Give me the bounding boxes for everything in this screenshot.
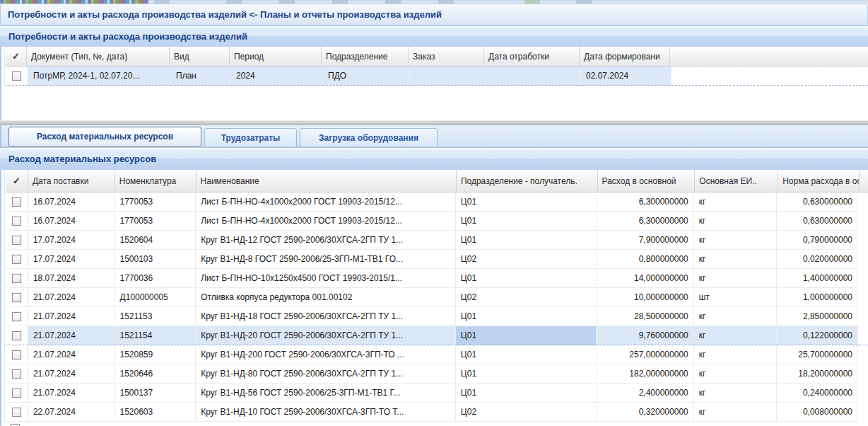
tab-equipment-load[interactable]: Загрузка оборудования xyxy=(300,128,438,146)
cell-qty[interactable]: 2,400000000 xyxy=(597,384,694,403)
cell-norm[interactable]: 18,200000000 xyxy=(777,364,858,384)
cell-dept[interactable]: Ц01 xyxy=(456,231,597,250)
row-checkbox[interactable] xyxy=(12,255,21,264)
row-checkbox[interactable] xyxy=(12,71,21,81)
cell-date[interactable]: 16.07.2024 xyxy=(28,212,115,231)
cell-zakaz[interactable] xyxy=(410,67,486,86)
column-header-zakaz[interactable]: Заказ xyxy=(409,47,484,66)
cell-unit[interactable]: кг xyxy=(694,212,778,231)
cell-norm[interactable]: 1,400000000 xyxy=(777,269,858,288)
cell-dept[interactable]: Ц01 xyxy=(456,192,597,212)
cell-qty[interactable]: 182,000000000 xyxy=(597,364,694,384)
cell-code[interactable]: 1521154 xyxy=(115,326,197,345)
cell-date[interactable]: 18.07.2024 xyxy=(28,269,115,288)
cell-data-otrabotki[interactable] xyxy=(486,67,581,86)
material-row[interactable]: 17.07.20241520604Круг В1-НД-12 ГОСТ 2590… xyxy=(6,231,868,250)
cell-name[interactable]: Круг В1-НД-20 ГОСТ 2590-2006/30ХГСА-2ГП … xyxy=(196,326,456,345)
column-header-norma-rashoda[interactable]: Норма расхода в ос xyxy=(778,170,860,192)
cell-code[interactable]: 1521153 xyxy=(115,307,197,326)
cell-dept[interactable]: Ц01 xyxy=(456,345,597,364)
cell-data-formirovaniya[interactable]: 02.07.2024 xyxy=(581,67,671,86)
cell-name[interactable]: Круг В1-НД-18 ГОСТ 2590-2006/30ХГСА-2ГП … xyxy=(196,307,456,326)
cell-vid[interactable]: План xyxy=(171,67,231,86)
row-checkbox[interactable] xyxy=(12,350,21,359)
column-header-document[interactable]: Документ (Тип, №, дата) xyxy=(27,47,170,66)
column-header-osnovnaya-ei[interactable]: Основная ЕИ.. xyxy=(695,170,778,192)
row-checkbox[interactable] xyxy=(12,331,21,340)
cell-name[interactable]: Круг В1-НД-200 ГОСТ 2590-2006/30ХГСА-3ГП… xyxy=(196,345,456,364)
row-checkbox[interactable] xyxy=(12,408,21,417)
cell-unit[interactable]: кг xyxy=(694,345,778,364)
cell-unit[interactable]: кг xyxy=(694,231,778,250)
cell-unit[interactable]: кг xyxy=(694,307,778,326)
cell-date[interactable]: 21.07.2024 xyxy=(28,288,115,307)
row-checkbox[interactable] xyxy=(12,312,21,321)
row-checkbox[interactable] xyxy=(12,274,21,283)
material-row[interactable]: 21.07.20241500137Круг В1-НД-56 ГОСТ 2590… xyxy=(6,384,868,403)
row-checkbox[interactable] xyxy=(12,369,21,379)
cell-qty[interactable]: 6,300000000 xyxy=(597,212,694,231)
cell-dept[interactable]: Ц02 xyxy=(456,403,597,422)
cell-unit[interactable]: кг xyxy=(694,403,778,422)
material-row[interactable]: 17.07.20241500103Круг В1-НД-8 ГОСТ 2590-… xyxy=(6,250,868,269)
cell-period[interactable]: 2024 xyxy=(231,67,323,86)
row-checkbox[interactable] xyxy=(12,236,21,245)
cell-norm[interactable]: 0,008000000 xyxy=(777,403,858,422)
cell-document[interactable]: ПотрМР, 2024-1, 02.07.20... xyxy=(28,67,171,86)
cell-qty[interactable]: 0,320000000 xyxy=(597,403,694,422)
cell-dept[interactable]: Ц01 xyxy=(456,326,597,345)
column-header-podrazdelenie-poluchatel[interactable]: Подразделение - получатель. xyxy=(457,170,598,192)
material-row[interactable]: 18.07.20241770036Лист Б-ПН-НО-10х1250х45… xyxy=(6,269,868,288)
cell-dept[interactable]: Ц01 xyxy=(456,384,597,403)
cell-podrazdelenie[interactable]: ПДО xyxy=(323,67,410,86)
cell-date[interactable]: 22.07.2024 xyxy=(28,403,115,422)
cell-unit[interactable]: шт xyxy=(694,288,778,307)
cell-date[interactable]: 21.07.2024 xyxy=(28,326,115,345)
cell-name[interactable]: Круг В1-НД-80 ГОСТ 2590-2006/30ХГСА-2ГП … xyxy=(196,364,456,384)
cell-unit[interactable]: кг xyxy=(694,364,778,384)
cell-date[interactable]: 21.07.2024 xyxy=(28,345,115,364)
cell-norm[interactable]: 0,020000000 xyxy=(777,250,858,269)
cell-unit[interactable]: кг xyxy=(694,250,778,269)
material-row[interactable]: 21.07.20241520646Круг В1-НД-80 ГОСТ 2590… xyxy=(6,364,868,384)
cell-qty[interactable]: 14,000000000 xyxy=(597,269,694,288)
material-row[interactable]: 16.07.20241770053Лист Б-ПН-НО-4х1000х200… xyxy=(6,192,868,212)
column-header-data-postavki[interactable]: Дата поставки xyxy=(28,170,115,192)
row-checkbox[interactable] xyxy=(12,388,21,398)
cell-unit[interactable]: кг xyxy=(694,384,778,403)
material-row[interactable]: 16.07.20241770053Лист Б-ПН-НО-4х1000х200… xyxy=(6,212,868,231)
column-header-nomenklatura[interactable]: Номенклатура xyxy=(115,170,197,192)
cell-code[interactable]: Д100000005 xyxy=(115,288,197,307)
cell-dept[interactable]: Ц02 xyxy=(456,250,597,269)
cell-code[interactable]: 1520603 xyxy=(115,403,197,422)
row-checkbox[interactable] xyxy=(12,217,21,226)
row-checkbox[interactable] xyxy=(12,293,21,302)
cell-date[interactable]: 17.07.2024 xyxy=(28,250,115,269)
cell-date[interactable]: 17.07.2024 xyxy=(28,231,115,250)
cell-date[interactable]: 21.07.2024 xyxy=(28,384,115,403)
cell-code[interactable]: 1770036 xyxy=(115,269,197,288)
cell-qty[interactable]: 0,800000000 xyxy=(597,250,694,269)
tab-labor-costs[interactable]: Трудозатраты xyxy=(204,128,297,146)
cell-qty[interactable]: 10,000000000 xyxy=(597,288,694,307)
row-checkbox[interactable] xyxy=(12,197,21,207)
material-row[interactable]: 21.07.20241521154Круг В1-НД-20 ГОСТ 2590… xyxy=(6,326,868,345)
cell-code[interactable]: 1500137 xyxy=(115,384,197,403)
cell-code[interactable]: 1520604 xyxy=(115,231,197,250)
cell-dept[interactable]: Ц01 xyxy=(456,269,597,288)
column-header-period[interactable]: Период xyxy=(230,47,322,66)
cell-name[interactable]: Круг В1-НД-8 ГОСТ 2590-2006/25-3ГП-М1-ТВ… xyxy=(196,250,456,269)
cell-norm[interactable]: 25,700000000 xyxy=(777,345,858,364)
cell-date[interactable]: 16.07.2024 xyxy=(28,192,115,212)
cell-unit[interactable]: кг xyxy=(694,326,778,345)
cell-dept[interactable]: Ц01 xyxy=(456,364,597,384)
select-all-column-header[interactable]: ✓ xyxy=(6,170,28,192)
cell-norm[interactable]: 0,630000000 xyxy=(777,212,858,231)
cell-code[interactable]: 1520859 xyxy=(115,345,197,364)
cell-qty[interactable]: 6,300000000 xyxy=(597,192,694,212)
column-header-data-formirovaniya[interactable]: Дата формировани xyxy=(580,47,670,66)
column-header-naimenovanie[interactable]: Наименование xyxy=(197,170,457,192)
column-header-vid[interactable]: Вид xyxy=(170,47,230,66)
column-header-rashod[interactable]: Расход в основной xyxy=(598,170,696,192)
column-header-podrazdelenie[interactable]: Подразделение xyxy=(322,47,409,66)
